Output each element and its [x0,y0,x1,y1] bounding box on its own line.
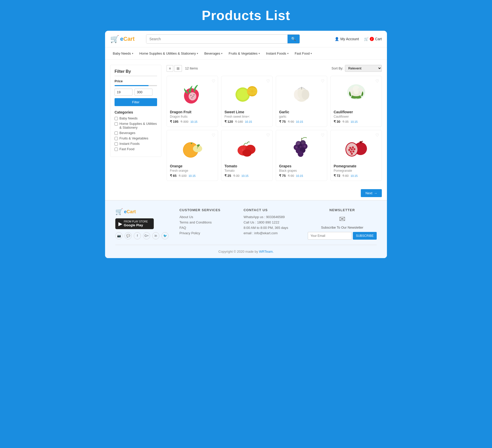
wishlist-button[interactable]: ♡ [321,133,324,138]
cart-button[interactable]: 🛒 2 Cart [364,37,382,41]
category-home-supplies[interactable]: Home Supplies & Utilities & Stationery [115,122,157,129]
svg-point-44 [298,143,300,145]
price-current: ₹ 30 [334,120,340,124]
main-card: 🛒 eCart 🔍 👤 My Account 🛒 2 Cart Baby Nee… [105,31,387,258]
category-instant-foods[interactable]: Instant Foods [115,142,157,146]
product-price: ₹ 30 ₹ 35 10.15 [334,120,378,124]
category-baby-needs[interactable]: Baby Needs [115,116,157,120]
logo-text: eCart [120,36,135,42]
category-fruits-veg[interactable]: Fruits & Vegetables [115,136,157,140]
price-current: ₹ 25 [224,174,231,178]
svg-point-4 [192,96,193,97]
wishlist-button[interactable]: ♡ [266,133,270,138]
chevron-down-icon: ▾ [132,52,133,55]
faq-link[interactable]: FAQ [179,226,236,230]
price-discount: 10.15 [190,120,198,123]
svg-point-5 [191,97,192,98]
contact-call: Call Us : 1800 890 1222 [243,220,300,224]
footer-logo[interactable]: 🛒 eCart [115,208,172,215]
price-inputs [115,89,157,96]
nav-item-fruits-veg[interactable]: Fruits & Vegetables ▾ [226,50,262,57]
instagram-icon[interactable]: 📷 [115,232,122,239]
whatsapp-icon[interactable]: 💬 [125,232,132,239]
contact-hours: 8:00 AM to 8:00 PM, 365 days [243,226,300,230]
nav-label: Instant Foods [266,52,286,55]
privacy-policy-link[interactable]: Privacy Policy [179,231,236,235]
list-view-button[interactable]: ≡ [167,65,173,72]
navigation: Baby Needs ▾ Home Supplies & Utilities &… [105,47,387,60]
nav-label: Fruits & Vegetables [229,52,258,55]
nav-item-fast-food[interactable]: Fast Food ▾ [292,50,315,57]
nav-item-beverages[interactable]: Beverages ▾ [202,50,225,57]
sort-select[interactable]: Relevent Price: Low to High Price: High … [345,65,382,72]
search-button[interactable]: 🔍 [288,35,300,43]
google-play-icon: ▶ [118,221,122,227]
social-icons: 📷 💬 f G+ in 🐦 [115,232,172,239]
logo[interactable]: 🛒 eCart [110,35,141,43]
wishlist-button[interactable]: ♡ [375,79,379,84]
price-min-input[interactable] [115,89,132,96]
wishlist-button[interactable]: ♡ [321,79,324,84]
facebook-icon[interactable]: f [134,232,141,239]
price-slider[interactable] [115,85,157,86]
filter-button[interactable]: Filter [115,98,157,106]
product-name: Pomegranate [334,164,378,168]
view-icons: ≡ ⊞ [167,65,182,72]
terms-link[interactable]: Terms and Conditions [179,220,236,224]
product-desc: Black grapes [279,169,324,172]
wr-team-link[interactable]: WRTeam. [259,250,274,253]
svg-point-56 [351,148,353,150]
price-discount: 10.15 [351,120,358,123]
wishlist-button[interactable]: ♡ [212,79,215,84]
product-name: Orange [170,164,215,168]
my-account[interactable]: 👤 My Account [335,37,359,41]
nav-item-instant-foods[interactable]: Instant Foods ▾ [263,50,291,57]
grid-view-button[interactable]: ⊞ [174,65,182,72]
contact-title: CONTACT US [243,208,300,212]
nav-item-baby-needs[interactable]: Baby Needs ▾ [110,50,136,57]
nav-label: Beverages [204,52,220,55]
product-image [170,79,215,107]
svg-point-53 [349,147,351,149]
search-input[interactable] [146,35,288,43]
product-image [224,133,269,161]
svg-point-48 [304,145,306,147]
about-us-link[interactable]: About Us [179,215,236,219]
wishlist-button[interactable]: ♡ [375,133,379,138]
price-max-input[interactable] [135,89,152,96]
product-price: ₹ 120 ₹ 180 10.15 [224,120,269,124]
category-beverages[interactable]: Beverages [115,131,157,135]
sort-label: Sort By: [332,66,343,70]
price-original: ₹ 30 [233,174,240,178]
newsletter-email-input[interactable] [308,232,352,240]
footer: 🛒 eCart ▶ FROM PLAY STORE Google Play 📷 … [105,200,387,258]
product-price: ₹ 75 ₹ 90 10.15 [279,120,324,124]
product-desc: garlic [279,115,324,118]
category-fast-food[interactable]: Fast Food [115,147,157,151]
google-play-button[interactable]: ▶ FROM PLAY STORE Google Play [115,218,154,229]
nav-label: Fast Food [295,52,310,55]
footer-grid: 🛒 eCart ▶ FROM PLAY STORE Google Play 📷 … [115,208,377,240]
products-toolbar: ≡ ⊞ 12 Items Sort By: Relevent Price: Lo… [167,65,382,72]
product-name: Sweet Lime [224,110,269,114]
wishlist-button[interactable]: ♡ [212,133,215,138]
nav-item-home-supplies[interactable]: Home Supplies & Utilities & Stationery ▾ [137,50,201,57]
svg-point-50 [360,141,362,143]
product-desc: Fresh orange [170,169,215,172]
subscribe-button[interactable]: SUBSCRIBE [353,232,377,240]
svg-point-45 [302,142,304,144]
products-grid: ♡ [167,76,382,181]
product-image [279,79,324,107]
footer-logo-area: 🛒 eCart ▶ FROM PLAY STORE Google Play 📷 … [115,208,172,240]
customer-services-title: CUSTOMER SERVICES [179,208,236,212]
next-button[interactable]: Next → [361,189,382,197]
twitter-icon[interactable]: 🐦 [161,232,169,239]
google-plus-icon[interactable]: G+ [143,232,150,239]
price-label: Price [115,79,157,83]
price-discount: 10.15 [351,174,358,177]
linkedin-icon[interactable]: in [152,232,159,239]
wishlist-button[interactable]: ♡ [266,79,270,84]
price-discount: 10.15 [189,174,196,177]
svg-point-33 [242,149,252,157]
user-icon: 👤 [335,37,339,41]
